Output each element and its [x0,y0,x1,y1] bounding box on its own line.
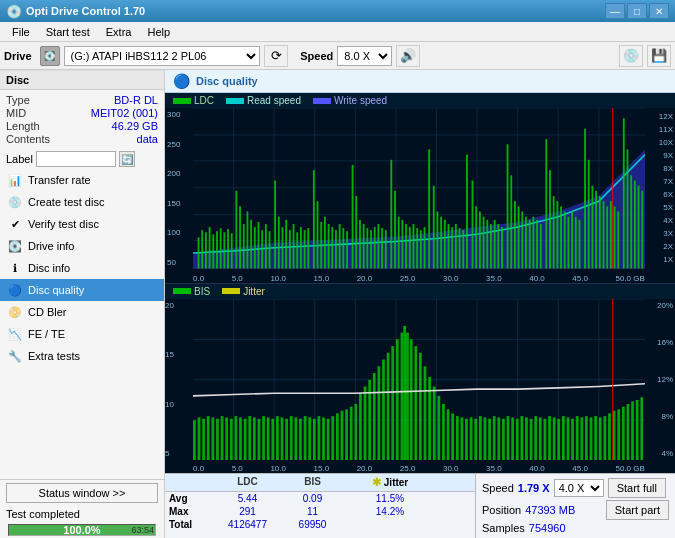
svg-rect-246 [631,401,634,460]
svg-rect-99 [510,175,512,268]
svg-rect-192 [387,352,390,460]
svg-rect-56 [342,228,344,268]
svg-rect-178 [322,417,325,460]
svg-rect-218 [502,418,505,460]
svg-rect-77 [424,227,426,268]
sidebar-item-drive-info[interactable]: 💽 Drive info [0,235,164,257]
minimize-button[interactable]: — [605,3,625,19]
svg-rect-204 [437,395,440,460]
svg-rect-202 [428,377,431,460]
svg-rect-236 [585,416,588,460]
read-speed-color [226,98,244,104]
sidebar-item-extra-tests[interactable]: 🔧 Extra tests [0,345,164,367]
drive-refresh-button[interactable]: ⟳ [264,45,288,67]
svg-rect-49 [317,201,319,268]
stats-total-bis: 69950 [280,518,345,531]
disc-mid-label: MID [6,107,50,119]
svg-rect-118 [584,129,586,269]
test-completed-label: Test completed [6,508,80,520]
svg-rect-106 [536,220,538,269]
sidebar-item-create-test-disc[interactable]: 💿 Create test disc [0,191,164,213]
stats-total-ldc: 4126477 [215,518,280,531]
svg-rect-243 [617,409,620,460]
svg-rect-163 [253,417,256,460]
stats-header-row: LDC BIS ✱ Jitter [165,474,475,492]
main-area: Disc Type BD-R DL MID MEIT02 (001) Lengt… [0,70,675,538]
svg-rect-91 [479,212,481,269]
svg-rect-197 [406,332,409,460]
disc-label-input[interactable] [36,151,116,167]
menu-help[interactable]: Help [139,24,178,40]
extra-tests-icon: 🔧 [8,349,22,363]
maximize-button[interactable]: □ [627,3,647,19]
svg-rect-165 [262,416,265,460]
start-full-button[interactable]: Start full [608,478,666,498]
bis-color [173,288,191,294]
sidebar-item-verify-test-disc[interactable]: ✔ Verify test disc [0,213,164,235]
menu-start-test[interactable]: Start test [38,24,98,40]
drive-label: Drive [4,50,32,62]
svg-rect-43 [293,224,295,269]
svg-rect-18 [198,237,200,268]
drive-selector[interactable]: (G:) ATAPI iHBS112 2 PL06 [64,46,261,66]
legend-bis: BIS [173,286,210,297]
menu-extra[interactable]: Extra [98,24,140,40]
speed-selector[interactable]: 8.0 X 4.0 X 12.0 X Max [337,46,392,66]
svg-rect-98 [507,144,509,268]
svg-rect-240 [603,416,606,460]
sidebar-item-disc-info[interactable]: ℹ Disc info [0,257,164,279]
svg-rect-191 [382,359,385,460]
stats-total-jitter [345,518,435,531]
close-button[interactable]: ✕ [649,3,669,19]
label-icon-button[interactable]: 🔄 [119,151,135,167]
svg-rect-111 [556,201,558,268]
jitter-color [222,288,240,294]
speed-icon-button[interactable]: 🔊 [396,45,420,67]
svg-rect-152 [202,418,205,460]
samples-label: Samples [482,522,525,534]
sidebar-item-transfer-rate[interactable]: 📊 Transfer rate [0,169,164,191]
svg-rect-51 [324,217,326,269]
svg-rect-190 [377,366,380,460]
disc-length-label: Length [6,120,50,132]
speed-label: Speed [482,482,514,494]
progress-time: 63:54 [131,524,154,536]
svg-rect-176 [313,418,316,460]
sidebar-item-cd-bler[interactable]: 📀 CD Bler [0,301,164,323]
bottom-chart-svg [193,299,645,461]
svg-rect-107 [540,224,542,269]
start-part-button[interactable]: Start part [606,500,669,520]
sidebar-item-fe-te[interactable]: 📉 FE / TE [0,323,164,345]
svg-rect-22 [212,234,214,268]
svg-rect-150 [193,420,196,460]
create-test-disc-icon: 💿 [8,195,22,209]
create-test-disc-label: Create test disc [28,196,104,208]
svg-rect-230 [557,418,560,460]
speed-select[interactable]: 4.0 X 2.0 X 6.0 X 8.0 X [554,479,604,497]
status-footer: Status window >> Test completed 100.0% 6… [0,479,164,538]
menu-file[interactable]: File [4,24,38,40]
svg-rect-187 [364,386,367,460]
svg-rect-123 [603,201,605,268]
drive-info-icon: 💽 [8,239,22,253]
disc-button[interactable]: 💿 [619,45,643,67]
svg-rect-239 [599,417,602,460]
stats-avg-jitter: 11.5% [345,492,435,505]
content-area: 🔵 Disc quality LDC Read speed [165,70,675,538]
legend-write-speed-label: Write speed [334,95,387,106]
svg-rect-171 [290,416,293,460]
stats-total-label: Total [165,518,215,531]
svg-rect-113 [564,212,566,269]
svg-rect-130 [630,175,632,268]
svg-rect-59 [355,196,357,268]
sidebar-item-disc-quality[interactable]: 🔵 Disc quality [0,279,164,301]
svg-rect-161 [244,418,247,460]
titlebar: 💿 Opti Drive Control 1.70 — □ ✕ [0,0,675,22]
drivebar: Drive 💽 (G:) ATAPI iHBS112 2 PL06 ⟳ Spee… [0,42,675,70]
svg-rect-155 [216,418,219,460]
save-button[interactable]: 💾 [647,45,671,67]
svg-rect-194 [396,339,399,460]
svg-rect-188 [368,379,371,460]
status-window-button[interactable]: Status window >> [6,483,158,503]
svg-rect-82 [444,220,446,269]
